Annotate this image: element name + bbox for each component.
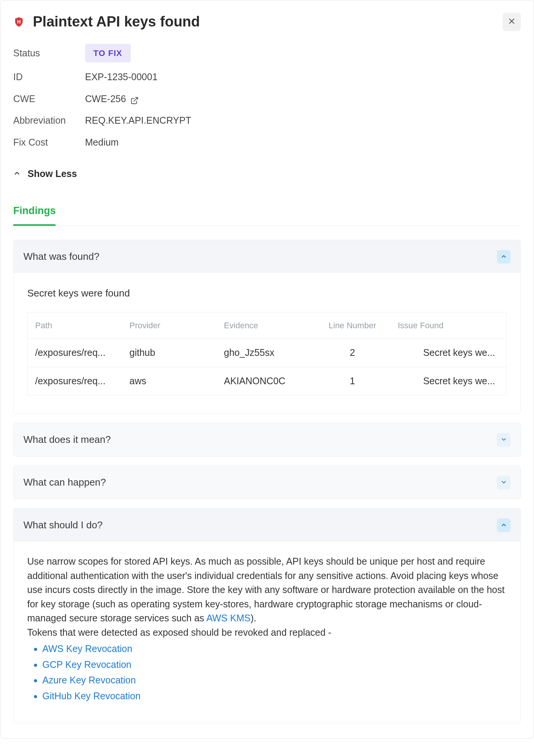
accordion-what-happen: What can happen?	[13, 466, 521, 499]
cell-issue: Secret keys we...	[390, 367, 507, 395]
cell-evidence: gho_Jz55sx	[217, 339, 315, 367]
chevron-down-icon	[500, 433, 507, 447]
accordion-what-found: What was found? Secret keys were found P…	[13, 240, 521, 414]
close-icon	[508, 15, 515, 29]
chevron-up-icon	[500, 250, 507, 264]
accordion-header[interactable]: What should I do?	[14, 509, 520, 542]
collapse-button[interactable]	[497, 250, 511, 264]
accordion-title: What does it mean?	[23, 432, 111, 447]
accordion-header[interactable]: What was found?	[14, 240, 520, 273]
collapse-button[interactable]	[497, 518, 511, 532]
revoke-link-aws[interactable]: AWS Key Revocation	[42, 643, 132, 654]
revoke-link-github[interactable]: GitHub Key Revocation	[42, 691, 141, 701]
cell-line: 1	[315, 367, 390, 395]
panel-header: H Plaintext API keys found	[0, 0, 534, 40]
advice-text-post: ).	[251, 613, 256, 623]
accordion-title: What can happen?	[23, 475, 106, 490]
tab-bar: Findings	[13, 203, 521, 227]
accordion-body: Secret keys were found Path Provider Evi…	[14, 273, 520, 413]
finding-summary: Secret keys were found	[27, 286, 507, 301]
show-less-toggle[interactable]: Show Less	[0, 153, 534, 185]
col-evidence: Evidence	[217, 312, 315, 339]
col-provider: Provider	[122, 312, 217, 339]
meta-label: Abbreviation	[13, 113, 85, 128]
col-line: Line Number	[315, 312, 390, 339]
tab-findings[interactable]: Findings	[13, 203, 56, 226]
revocation-list: AWS Key Revocation GCP Key Revocation Az…	[42, 642, 507, 703]
status-badge: TO FIX	[85, 44, 131, 62]
meta-row-id: ID EXP-1235-00001	[13, 66, 521, 88]
meta-value: REQ.KEY.API.ENCRYPT	[85, 113, 191, 128]
cell-line: 2	[315, 339, 390, 367]
meta-row-abbr: Abbreviation REQ.KEY.API.ENCRYPT	[13, 110, 521, 132]
issue-detail-panel: H Plaintext API keys found Status TO FIX…	[0, 0, 534, 739]
external-link-icon	[130, 95, 139, 103]
accordion-header[interactable]: What can happen?	[14, 466, 520, 499]
meta-table: Status TO FIX ID EXP-1235-00001 CWE CWE-…	[0, 40, 534, 153]
meta-label: Status	[13, 46, 85, 61]
aws-kms-link[interactable]: AWS KMS	[206, 613, 251, 623]
svg-line-1	[134, 98, 138, 101]
expand-button[interactable]	[497, 476, 511, 489]
meta-label: CWE	[13, 92, 85, 106]
revoke-intro: Tokens that were detected as exposed sho…	[27, 627, 331, 638]
accordion-title: What should I do?	[23, 518, 103, 532]
meta-row-status: Status TO FIX	[13, 40, 521, 66]
close-button[interactable]	[503, 13, 521, 31]
shield-high-icon: H	[13, 16, 25, 28]
expand-button[interactable]	[497, 433, 511, 447]
cell-evidence: AKIANONC0C	[217, 367, 315, 395]
show-less-label: Show Less	[28, 167, 77, 181]
cell-provider: github	[122, 339, 217, 367]
accordion-what-do: What should I do? Use narrow scopes for …	[13, 508, 521, 723]
col-path: Path	[28, 312, 122, 339]
table-header-row: Path Provider Evidence Line Number Issue…	[28, 312, 507, 339]
table-row: /exposures/req... aws AKIANONC0C 1 Secre…	[28, 367, 507, 395]
advice-text: Use narrow scopes for stored API keys. A…	[27, 556, 505, 623]
chevron-up-icon	[13, 167, 21, 181]
table-row: /exposures/req... github gho_Jz55sx 2 Se…	[28, 339, 507, 367]
chevron-up-icon	[500, 518, 507, 532]
meta-row-cost: Fix Cost Medium	[13, 132, 521, 154]
accordion-body: Use narrow scopes for stored API keys. A…	[14, 542, 520, 723]
cell-path: /exposures/req...	[28, 339, 122, 367]
accordion-title: What was found?	[23, 249, 99, 264]
cell-provider: aws	[122, 367, 217, 395]
meta-value: Medium	[85, 135, 119, 150]
meta-label: ID	[13, 70, 85, 84]
col-issue: Issue Found	[390, 312, 507, 339]
chevron-down-icon	[500, 476, 507, 489]
accordion-header[interactable]: What does it mean?	[14, 423, 520, 456]
meta-row-cwe: CWE CWE-256	[13, 88, 521, 110]
findings-table: Path Provider Evidence Line Number Issue…	[27, 312, 507, 395]
meta-value: EXP-1235-00001	[85, 70, 158, 84]
cell-issue: Secret keys we...	[390, 339, 507, 367]
svg-text:H: H	[17, 19, 20, 24]
revoke-link-gcp[interactable]: GCP Key Revocation	[42, 659, 132, 670]
revoke-link-azure[interactable]: Azure Key Revocation	[42, 675, 136, 685]
issue-title: Plaintext API keys found	[33, 11, 503, 33]
cell-path: /exposures/req...	[28, 367, 122, 395]
accordion-what-mean: What does it mean?	[13, 423, 521, 456]
meta-label: Fix Cost	[13, 135, 85, 150]
cwe-link[interactable]: CWE-256	[85, 92, 126, 106]
